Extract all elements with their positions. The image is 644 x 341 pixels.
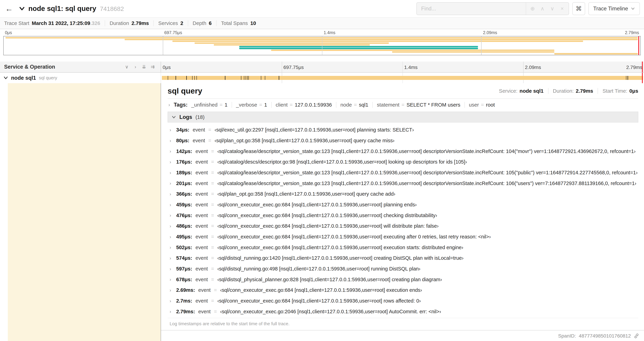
- log-row[interactable]: › 495μs: event = ‹sql/conn_executor_exec…: [168, 231, 638, 242]
- tags-row[interactable]: › Tags: _unfinished = 1 _verbose = 1 cli…: [168, 102, 638, 108]
- expand-log-icon[interactable]: ›: [170, 267, 173, 271]
- timeline-cursor-line: [642, 62, 643, 72]
- collapse-children-icon[interactable]: [3, 75, 8, 80]
- log-field-key: event: [196, 223, 208, 229]
- find-input[interactable]: [417, 3, 526, 15]
- collapse-logs-icon[interactable]: [172, 115, 176, 119]
- grid-line: [523, 62, 524, 72]
- span-bar-track[interactable]: [161, 73, 644, 83]
- expand-log-icon[interactable]: ›: [170, 149, 173, 154]
- collapse-one-icon[interactable]: ∨: [123, 64, 131, 70]
- back-button[interactable]: ←: [2, 2, 16, 15]
- jaeger-trace-page: ← node sql1: sql query 7418682 ⊕ ∧ ∨ × ⌘…: [0, 0, 644, 341]
- equals-sign: =: [211, 223, 214, 229]
- span-row-label: node sql1 sql query: [0, 73, 161, 83]
- tag-item: _unfinished = 1: [191, 102, 232, 108]
- tag-value: SELECT * FROM users: [406, 102, 460, 108]
- log-marker-tick: [192, 76, 192, 80]
- log-field-key: event: [193, 138, 205, 143]
- prev-result-icon[interactable]: ∧: [538, 5, 548, 12]
- log-row[interactable]: › 678μs: event = ‹sql/distsql_physical_p…: [168, 274, 638, 285]
- log-row[interactable]: › 176μs: event = ‹sql/catalog/descs/desc…: [168, 157, 638, 167]
- log-timestamp: 459μs:: [176, 202, 192, 208]
- log-row[interactable]: › 142μs: event = ‹sql/catalog/lease/desc…: [168, 146, 638, 157]
- expand-log-icon[interactable]: ›: [170, 235, 173, 239]
- log-row[interactable]: › 2.7ms: event = ‹sql/conn_executor_exec…: [168, 296, 638, 306]
- span-bar[interactable]: [162, 76, 643, 80]
- trace-view-dropdown[interactable]: Trace Timeline: [588, 2, 640, 15]
- minimap-canvas[interactable]: [3, 36, 641, 55]
- log-field-value: ‹sql/catalog/lease/descriptor_version_st…: [218, 149, 636, 154]
- expand-tags-icon[interactable]: ›: [168, 102, 170, 107]
- log-row[interactable]: › 502μs: event = ‹sql/conn_executor_exec…: [168, 242, 638, 253]
- expand-log-icon[interactable]: ›: [170, 213, 173, 218]
- span-id-row: SpanID: 4877749850101760812: [161, 330, 644, 341]
- expand-log-icon[interactable]: ›: [170, 160, 173, 164]
- log-row[interactable]: › 2.69ms: event = ‹sql/conn_executor_exe…: [168, 285, 638, 296]
- log-row[interactable]: › 201μs: event = ‹sql/catalog/lease/desc…: [168, 178, 638, 189]
- expand-log-icon[interactable]: ›: [170, 181, 173, 186]
- log-marker-tick: [279, 76, 279, 80]
- log-row[interactable]: › 574μs: event = ‹sql/distsql_running.go…: [168, 253, 638, 263]
- tag-key: node: [340, 102, 352, 108]
- equals-sign: =: [211, 191, 214, 197]
- log-timestamp: 597μs:: [176, 266, 192, 272]
- expand-log-icon[interactable]: ›: [170, 299, 173, 303]
- tag-item: statement = SELECT * FROM users: [372, 102, 464, 108]
- minimap-span-bar: [172, 41, 583, 42]
- log-marker-tick: [246, 76, 246, 80]
- log-row[interactable]: › 2.79ms: event = ‹sql/conn_executor_exe…: [168, 306, 638, 317]
- expand-log-icon[interactable]: ›: [170, 192, 173, 196]
- log-row[interactable]: › 486μs: event = ‹sql/conn_executor_exec…: [168, 221, 638, 231]
- copy-link-icon[interactable]: [634, 333, 639, 338]
- tag-value: sql1: [359, 102, 368, 108]
- clear-search-icon[interactable]: ×: [557, 6, 567, 12]
- keyboard-shortcuts-button[interactable]: ⌘: [572, 2, 585, 15]
- grid-line: [163, 36, 163, 55]
- ruler-tick-label: 697.75μs: [282, 65, 304, 70]
- log-timestamp: 201μs:: [176, 181, 192, 186]
- log-row[interactable]: › 34μs: event = ‹sql/exec_util.go:2297 […: [168, 125, 638, 135]
- log-row[interactable]: › 80μs: event = ‹sql/plan_opt.go:358 [ns…: [168, 135, 638, 146]
- expand-log-icon[interactable]: ›: [170, 288, 173, 292]
- trace-view-label: Trace Timeline: [593, 6, 628, 12]
- expand-log-icon[interactable]: ›: [170, 256, 173, 260]
- log-marker-tick: [176, 76, 176, 80]
- log-field-value: ‹sql/conn_executor_exec.go:684 [nsql1,cl…: [218, 202, 417, 208]
- expand-log-icon[interactable]: ›: [170, 245, 173, 250]
- collapse-all-icon[interactable]: ⇊: [140, 64, 148, 70]
- expand-log-icon[interactable]: ›: [170, 128, 173, 132]
- next-result-icon[interactable]: ∨: [548, 5, 557, 12]
- log-field-key: event: [196, 266, 208, 272]
- tag-value: 1: [264, 102, 267, 108]
- log-row[interactable]: › 476μs: event = ‹sql/conn_executor_exec…: [168, 210, 638, 221]
- span-row[interactable]: node sql1 sql query: [0, 73, 644, 83]
- log-field-key: event: [196, 234, 208, 240]
- tree-controls: ∨ › ⇊ ⇉: [123, 64, 156, 70]
- focus-matches-icon[interactable]: ⊕: [528, 5, 538, 12]
- equals-sign: =: [211, 213, 214, 218]
- log-row[interactable]: › 366μs: event = ‹sql/plan_opt.go:358 [n…: [168, 189, 638, 199]
- expand-log-icon[interactable]: ›: [170, 138, 173, 143]
- expand-log-icon[interactable]: ›: [170, 277, 173, 282]
- trace-name: node sql1: sql query: [28, 5, 96, 13]
- tag-key: _unfinished: [191, 102, 218, 108]
- logs-section-header[interactable]: Logs (18): [168, 112, 638, 123]
- span-meta-item: Start Time: 0μs: [598, 88, 638, 94]
- log-timestamp: 495μs:: [176, 234, 192, 240]
- log-field-key: event: [196, 298, 208, 304]
- summary-value: 2.79ms: [132, 20, 149, 26]
- expand-log-icon[interactable]: ›: [170, 203, 173, 207]
- expand-one-icon[interactable]: ›: [132, 64, 139, 70]
- log-row[interactable]: › 189μs: event = ‹sql/catalog/lease/desc…: [168, 167, 638, 178]
- summary-value: 10: [250, 20, 256, 26]
- log-row[interactable]: › 597μs: event = ‹sql/distsql_running.go…: [168, 263, 638, 274]
- log-row[interactable]: › 459μs: event = ‹sql/conn_executor_exec…: [168, 199, 638, 210]
- expand-log-icon[interactable]: ›: [170, 224, 173, 228]
- log-field-key: event: [196, 255, 208, 261]
- expand-log-icon[interactable]: ›: [170, 309, 173, 314]
- expand-all-icon[interactable]: ⇉: [149, 64, 156, 70]
- summary-label: Services: [158, 20, 178, 26]
- collapse-trace-icon[interactable]: [19, 6, 25, 12]
- expand-log-icon[interactable]: ›: [170, 171, 173, 175]
